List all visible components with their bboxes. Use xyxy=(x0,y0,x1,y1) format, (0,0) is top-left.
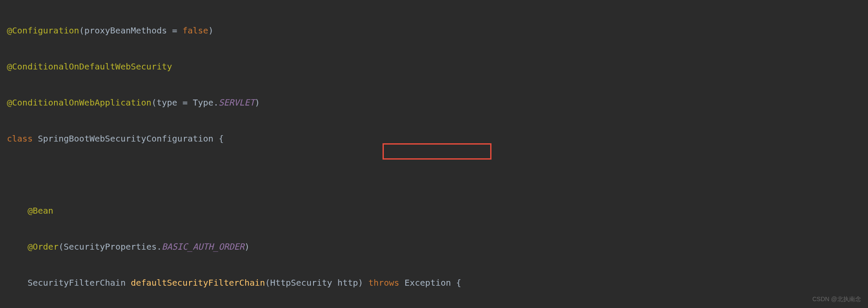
keyword-class: class xyxy=(7,133,33,144)
params: (HttpSecurity http) xyxy=(265,278,368,288)
code-line-1: @Configuration(proxyBeanMethods = false) xyxy=(7,21,861,39)
paren: ( xyxy=(58,242,63,252)
paren: ) xyxy=(244,242,250,252)
paren: ) xyxy=(208,25,214,36)
constant: BASIC_AUTH_ORDER xyxy=(162,242,244,252)
annotation: @ConditionalOnWebApplication xyxy=(7,97,151,108)
annotation-bean: @Bean xyxy=(27,205,53,216)
annotation-order: @Order xyxy=(27,242,58,252)
code-line-8: SecurityFilterChain defaultSecurityFilte… xyxy=(7,274,861,292)
constant: SERVLET xyxy=(219,97,255,108)
code-line-2: @ConditionalOnDefaultWebSecurity xyxy=(7,57,861,75)
class-name: SpringBootWebSecurityConfiguration { xyxy=(38,133,223,144)
annotation: @ConditionalOnDefaultWebSecurity xyxy=(7,61,172,72)
keyword-false: false xyxy=(182,25,208,36)
paren: ( xyxy=(79,25,84,36)
annotation: @Configuration xyxy=(7,25,79,36)
keyword-throws: throws xyxy=(368,278,399,288)
param: proxyBeanMethods = xyxy=(84,25,183,36)
watermark: CSDN @北执南念 xyxy=(812,293,861,305)
exception: Exception { xyxy=(399,278,461,288)
paren: ( xyxy=(151,97,157,108)
code-line-3: @ConditionalOnWebApplication(type = Type… xyxy=(7,94,861,112)
paren: ) xyxy=(255,97,260,108)
code-line-5-blank xyxy=(7,166,861,184)
code-line-4: class SpringBootWebSecurityConfiguration… xyxy=(7,130,861,148)
method-name: defaultSecurityFilterChain xyxy=(131,278,265,288)
code-line-7: @Order(SecurityProperties.BASIC_AUTH_ORD… xyxy=(7,238,861,256)
identifier: SecurityProperties. xyxy=(63,242,162,252)
return-type: SecurityFilterChain xyxy=(27,278,131,288)
param: type = Type. xyxy=(157,97,219,108)
code-line-6: @Bean xyxy=(7,202,861,220)
code-editor[interactable]: @Configuration(proxyBeanMethods = false)… xyxy=(7,3,861,308)
